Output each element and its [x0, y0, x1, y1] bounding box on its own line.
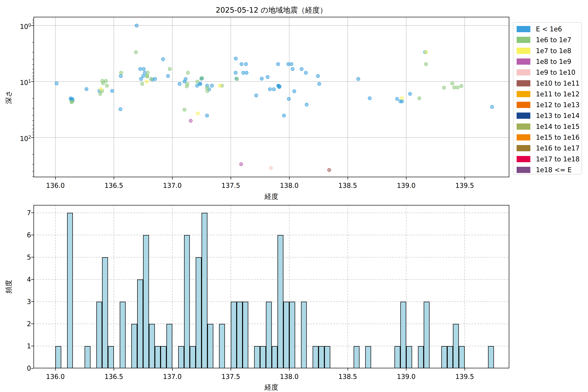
y-tick-label: 2	[10, 320, 31, 328]
x-tick-label: 138.5	[335, 182, 361, 190]
legend-item: 1e6 to 1e7	[516, 35, 571, 44]
legend-swatch	[516, 112, 530, 119]
y-tick-mark	[31, 279, 34, 280]
y-minor-tick	[32, 23, 34, 23]
figure-title: 2025-05-12 の地域地震（経度）	[34, 6, 509, 14]
y-tick-mark	[31, 257, 34, 258]
y-tick-mark	[31, 235, 34, 235]
x-tick-mark	[231, 177, 231, 180]
legend-swatch	[516, 80, 530, 86]
legend-swatch	[516, 26, 530, 32]
x-tick-mark	[289, 368, 290, 370]
y-minor-tick	[32, 120, 34, 121]
legend-item: 1e9 to 1e10	[516, 68, 576, 77]
legend-label: 1e6 to 1e7	[536, 36, 571, 44]
y-tick-label: 6	[10, 231, 31, 239]
y-tick-label: 101	[10, 77, 31, 86]
x-tick-label: 139.5	[452, 182, 478, 190]
legend-item: 1e16 to 1e17	[516, 144, 580, 153]
y-tick-label: 1	[10, 342, 31, 350]
legend-item: 1e14 to 1e15	[516, 122, 580, 131]
x-tick-label: 138.5	[335, 373, 361, 380]
y-minor-tick	[32, 64, 34, 65]
y-minor-tick	[32, 135, 34, 135]
x-tick-mark	[464, 368, 465, 370]
legend-item: 1e11 to 1e12	[516, 90, 580, 99]
x-tick-mark	[55, 368, 56, 370]
y-tick-label: 4	[10, 276, 31, 284]
legend-label: 1e17 to 1e18	[536, 155, 580, 163]
y-minor-tick	[32, 69, 34, 69]
legend-item: 1e12 to 1e13	[516, 100, 580, 110]
x-tick-label: 139.0	[393, 373, 419, 380]
y-minor-tick	[32, 115, 34, 116]
legend-swatch	[516, 102, 530, 108]
legend-swatch	[516, 145, 530, 151]
x-tick-label: 138.0	[276, 373, 302, 380]
legend-label: E < 1e6	[536, 25, 562, 33]
x-tick-mark	[55, 177, 56, 180]
x-tick-label: 137.0	[159, 182, 186, 190]
x-tick-label: 137.5	[218, 373, 244, 380]
y-tick-mark	[31, 346, 34, 346]
legend-swatch	[516, 91, 530, 97]
x-tick-label: 136.5	[101, 182, 127, 190]
y-minor-tick	[32, 79, 34, 79]
y-minor-tick	[32, 52, 34, 52]
legend-item: 1e8 to 1e9	[516, 57, 571, 66]
legend-swatch	[516, 124, 530, 130]
y-minor-tick	[32, 154, 34, 154]
histogram-axes-frame	[34, 205, 509, 368]
x-tick-label: 136.0	[42, 182, 68, 190]
legend-swatch	[516, 37, 530, 43]
y-minor-tick	[32, 108, 34, 108]
histogram-xlabel: 経度	[34, 384, 509, 391]
figure: 2025-05-12 の地域地震（経度） 136.0136.5137.0137.…	[0, 0, 588, 392]
legend-item: 1e17 to 1e18	[516, 154, 580, 164]
legend-swatch	[516, 48, 530, 54]
legend-item: E < 1e6	[516, 24, 562, 34]
y-tick-label: 100	[10, 21, 31, 30]
legend-swatch	[516, 58, 530, 65]
y-minor-tick	[32, 42, 34, 42]
y-minor-tick	[32, 20, 34, 20]
y-tick-mark	[31, 301, 34, 302]
y-tick-label: 0	[10, 364, 31, 372]
x-tick-mark	[114, 368, 114, 370]
legend-box: E < 1e61e6 to 1e71e7 to 1e81e8 to 1e91e9…	[513, 22, 582, 174]
x-tick-label: 137.5	[218, 182, 244, 190]
legend-label: 1e18 <= E	[536, 166, 572, 174]
x-tick-mark	[172, 177, 173, 180]
y-tick-mark	[31, 212, 34, 213]
y-tick-label: 3	[10, 298, 31, 306]
legend-label: 1e14 to 1e15	[536, 123, 580, 130]
x-tick-label: 137.0	[159, 373, 186, 380]
x-tick-label: 136.0	[42, 373, 68, 380]
y-minor-tick	[32, 59, 34, 60]
x-tick-mark	[406, 177, 406, 180]
legend-item: 1e10 to 1e11	[516, 79, 580, 88]
y-tick-mark	[31, 81, 34, 82]
legend-swatch	[516, 134, 530, 140]
x-tick-label: 136.5	[101, 373, 127, 380]
x-tick-mark	[231, 368, 231, 370]
x-tick-label: 138.0	[276, 182, 302, 190]
histogram-ylabel: 頻度	[5, 279, 12, 294]
legend-item: 1e18 <= E	[516, 165, 572, 174]
x-tick-mark	[172, 368, 173, 370]
y-minor-tick	[32, 176, 34, 177]
y-tick-mark	[31, 25, 34, 26]
legend-item: 1e7 to 1e8	[516, 46, 571, 55]
legend-item: 1e13 to 1e14	[516, 111, 580, 120]
y-tick-mark	[31, 368, 34, 369]
x-tick-label: 139.5	[452, 373, 478, 380]
legend-swatch	[516, 167, 530, 173]
scatter-xlabel: 経度	[34, 193, 509, 200]
y-minor-tick	[32, 171, 34, 172]
legend-label: 1e12 to 1e13	[536, 101, 580, 108]
x-tick-mark	[406, 368, 406, 370]
legend-label: 1e7 to 1e8	[536, 47, 571, 54]
y-tick-label: 102	[10, 133, 31, 142]
legend-label: 1e10 to 1e11	[536, 80, 580, 87]
legend-swatch	[516, 69, 530, 76]
